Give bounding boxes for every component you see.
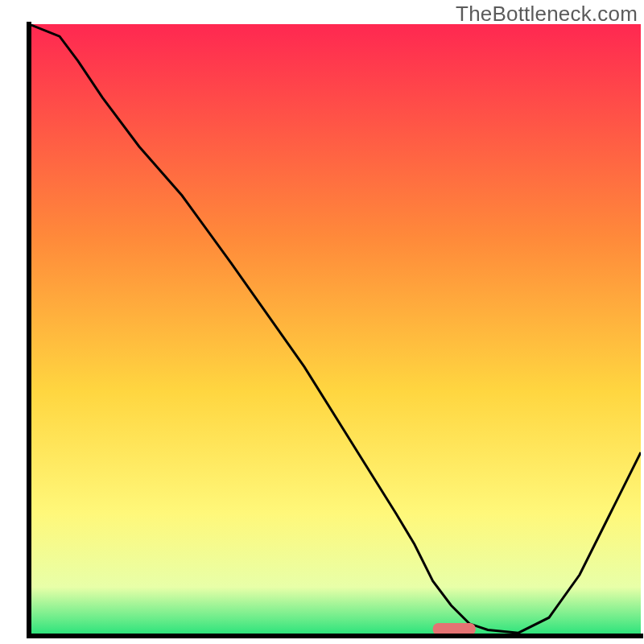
chart-frame: TheBottleneck.com xyxy=(0,0,644,644)
curve-line xyxy=(29,24,641,633)
plot-area xyxy=(29,24,641,636)
bottleneck-curve xyxy=(29,24,641,636)
watermark-text: TheBottleneck.com xyxy=(456,2,638,27)
optimum-marker xyxy=(433,623,476,635)
